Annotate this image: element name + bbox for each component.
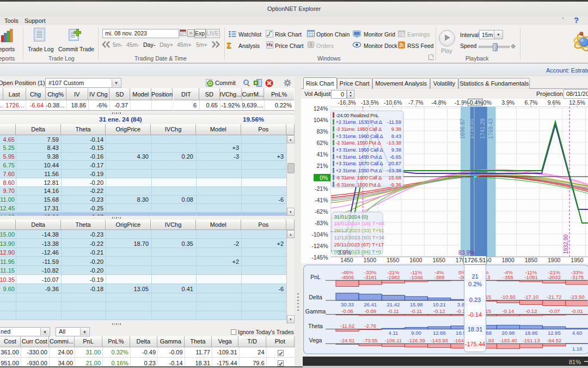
svg-text:+3 31ene. 1960 Call Δ: +3 31ene. 1960 Call Δ [336,133,383,139]
svg-text:1500: 1500 [364,257,377,263]
svg-text:-143.93: -143.93 [431,337,448,343]
svg-text:9.6%: 9.6% [548,99,561,106]
svg-text:15.98: 15.98 [410,301,423,307]
svg-text:1769.43: 1769.43 [487,118,494,139]
svg-text:-389: -389 [434,274,444,280]
svg-text:-11.62: -11.62 [340,323,354,329]
svg-text:20.87: 20.87 [389,160,401,166]
svg-text:83.9%: 83.9% [458,249,475,256]
svg-text:1741.29: 1741.29 [479,118,486,139]
svg-text:1850: 1850 [525,257,538,263]
svg-text:10.21: 10.21 [433,301,446,307]
svg-text:124%: 124% [314,105,328,112]
svg-text:-0.12: -0.12 [433,308,445,314]
svg-text:-4606: -4606 [341,274,354,280]
svg-text:-126.39: -126.39 [407,337,425,343]
svg-text:-0.07: -0.07 [548,308,560,314]
svg-text:+2 31ene. 1530 Put Δ: +2 31ene. 1530 Put Δ [336,119,382,125]
svg-text:-1982: -1982 [387,274,400,280]
svg-text:-2032: -2032 [548,274,561,280]
svg-text:29/12/2023 (33) T+51: 29/12/2023 (33) T+51 [334,227,384,233]
svg-text:-10.50: -10.50 [501,294,516,300]
svg-text:62%: 62% [316,140,328,146]
svg-text:-7.7%: -7.7% [408,99,423,106]
svg-text:-3181: -3181 [364,274,377,280]
svg-text:-62%: -62% [315,208,328,215]
svg-text:-106.11: -106.11 [385,337,402,343]
svg-text:9.38: 9.38 [391,126,401,132]
svg-text:83%: 83% [316,128,328,135]
svg-text:21%: 21% [316,162,328,169]
svg-text:20.98: 20.98 [502,330,515,336]
svg-text:-0.14: -0.14 [503,308,514,314]
svg-text:-24.00 Realized PnL: -24.00 Realized PnL [336,112,379,118]
svg-text:+2 31ene. 1550 Put Δ: +2 31ene. 1550 Put Δ [336,167,382,173]
svg-text:-84.52: -84.52 [547,337,561,343]
svg-text:-6 31ene. 1900 Call Δ: -6 31ene. 1900 Call Δ [336,174,382,180]
svg-text:-10.6%: -10.6% [384,99,402,106]
svg-text:-13.38: -13.38 [387,140,401,146]
svg-text:-2 31ene. 1550 Put Δ: -2 31ene. 1550 Put Δ [336,140,381,146]
svg-text:-0.09: -0.09 [364,308,376,314]
svg-text:Delta: Delta [309,294,322,300]
svg-text:-73.55: -73.55 [363,337,378,343]
svg-text:-6 31ene. 1500 Put Δ: -6 31ene. 1500 Put Δ [336,182,381,188]
svg-text:-16.3%: -16.3% [338,99,356,106]
svg-text:-0.06: -0.06 [341,308,353,314]
svg-text:-0.11: -0.11 [411,308,422,314]
svg-text:31/01/2024 (0): 31/01/2024 (0) [334,214,368,220]
svg-text:-13.38: -13.38 [387,167,401,173]
svg-text:104%: 104% [314,117,328,123]
svg-text:PnL: PnL [310,274,321,280]
svg-text:-2.76: -2.76 [364,323,376,329]
svg-text:1932,90: 1932,90 [563,234,569,254]
svg-text:9.00: 9.00 [411,330,421,336]
svg-text:15/01/2024 (16) T+68: 15/01/2024 (16) T+68 [334,220,384,226]
svg-text:-151.13: -151.13 [522,337,540,343]
svg-text:1650: 1650 [433,257,446,263]
svg-text:-17.10: -17.10 [524,294,538,300]
svg-text:+3 31ene. 1870 Call Δ: +3 31ene. 1870 Call Δ [336,160,383,166]
svg-text:6.7%: 6.7% [524,99,537,106]
svg-text:-3 31ene. 1950 Call Δ: -3 31ene. 1950 Call Δ [336,126,382,132]
svg-text:1450: 1450 [340,257,353,263]
svg-text:-0.11: -0.11 [388,308,399,314]
svg-text:-4.8%: -4.8% [431,99,446,106]
svg-text:30.33: 30.33 [341,301,354,307]
svg-text:15.68: 15.68 [389,174,401,180]
svg-text:$: $ [309,42,312,47]
svg-text:-3175: -3175 [571,274,584,280]
svg-text:-145%: -145% [311,254,328,261]
svg-text:-9.36: -9.36 [390,182,401,188]
svg-text:Gamma: Gamma [305,308,326,315]
svg-text:-104%: -104% [311,231,328,238]
svg-text:1900: 1900 [548,257,561,263]
svg-text:-1051: -1051 [524,274,537,280]
svg-text:41%: 41% [316,151,328,158]
svg-text:12/12/2023 (50) T+34: 12/12/2023 (50) T+34 [334,234,385,240]
svg-text:1800: 1800 [501,257,514,263]
svg-text:-355: -355 [503,274,513,280]
svg-text:+3 31ene. 1950 Call Δ: +3 31ene. 1950 Call Δ [336,147,383,153]
svg-text:3.9%: 3.9% [501,99,514,106]
svg-text:-21%: -21% [315,185,328,192]
svg-text:1715.01: 1715.01 [468,118,474,139]
svg-text:9.38: 9.38 [391,147,401,153]
svg-text:1600: 1600 [409,257,422,263]
svg-text:Vega: Vega [309,337,322,343]
svg-text:0%: 0% [320,174,328,181]
svg-text:-1046: -1046 [409,274,422,280]
svg-text:1.18: 1.18 [572,346,583,352]
svg-text:3.9%: 3.9% [338,249,351,256]
svg-text:4.60: 4.60 [572,330,583,336]
svg-text:-0.01: -0.01 [571,308,583,314]
svg-text:-24.51: -24.51 [340,337,355,343]
svg-text:+4 31ene. 1450 Put Δ: +4 31ene. 1450 Put Δ [336,154,382,160]
svg-text:-0.12: -0.12 [525,308,537,314]
svg-text:4.11: 4.11 [389,330,399,336]
svg-text:Theta: Theta [308,323,323,329]
svg-text:1550: 1550 [387,257,400,263]
svg-text:-23.50: -23.50 [570,294,585,300]
svg-text:-124%: -124% [311,243,328,249]
svg-text:-13.5%: -13.5% [361,99,379,106]
